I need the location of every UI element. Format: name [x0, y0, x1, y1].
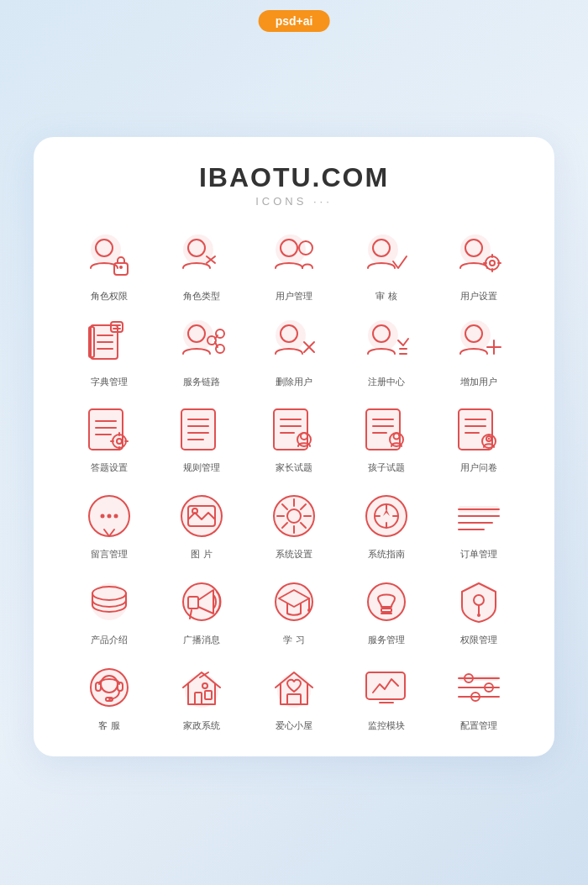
icon-label: 用户管理 — [276, 290, 312, 302]
icon-audit: 审 核 — [344, 231, 428, 302]
icon-label: 注册中心 — [368, 376, 405, 387]
icons-grid: 角色权限 角色类型 — [67, 231, 521, 732]
svg-point-135 — [477, 614, 480, 617]
icon-home-service: 家政系统 — [160, 661, 244, 731]
icon-role-permission: 角色权限 — [67, 231, 151, 302]
icon-label: 家长试题 — [276, 461, 312, 473]
icon-label: 图 片 — [191, 548, 212, 560]
icon-delete-user: 删除用户 — [252, 317, 336, 387]
icon-label: 配置管理 — [460, 719, 497, 731]
icon-label: 服务管理 — [368, 634, 405, 645]
icon-answer-settings: 答题设置 — [67, 403, 151, 473]
icon-images: 图 片 — [160, 489, 244, 560]
icon-label: 字典管理 — [91, 376, 128, 387]
icon-label: 爱心小屋 — [276, 719, 312, 731]
icon-add-user: 增加用户 — [437, 317, 521, 387]
icon-dictionary-management: 字典管理 — [67, 317, 151, 387]
icon-order-management: 订单管理 — [437, 489, 521, 560]
svg-point-13 — [486, 256, 499, 270]
icon-label: 孩子试题 — [368, 461, 405, 473]
icon-label: 规则管理 — [183, 461, 220, 473]
card-header: IBAOTU.COM ICONS ··· — [67, 162, 521, 208]
icon-label: 学 习 — [283, 634, 304, 645]
icon-label: 广播消息 — [183, 634, 220, 645]
icon-label: 角色权限 — [91, 290, 128, 302]
icon-user-management: 用户管理 — [252, 231, 336, 302]
icon-label: 家政系统 — [183, 719, 220, 731]
icon-role-type: 角色类型 — [160, 231, 244, 302]
icon-permission-management: 权限管理 — [437, 575, 521, 645]
icon-label: 用户问卷 — [460, 461, 497, 473]
icon-label: 服务链路 — [183, 376, 220, 387]
icon-system-settings: 系统设置 — [252, 489, 336, 560]
icon-label: 增加用户 — [460, 376, 497, 387]
icon-message-management: 留言管理 — [67, 489, 151, 560]
icon-label: 删除用户 — [276, 376, 312, 387]
icon-label: 订单管理 — [460, 548, 497, 560]
icon-broadcast: 广播消息 — [160, 575, 244, 645]
icon-register-center: 注册中心 — [344, 317, 428, 387]
svg-point-78 — [398, 435, 400, 436]
icon-love-house: 爱心小屋 — [252, 661, 336, 731]
icon-user-questionnaire: 用户问卷 — [437, 403, 521, 473]
svg-point-89 — [101, 514, 105, 518]
icon-child-exam: 孩子试题 — [344, 403, 428, 473]
svg-line-33 — [215, 335, 218, 339]
icon-rule-management: 规则管理 — [160, 403, 244, 473]
icon-service-chain: 服务链路 — [160, 317, 244, 387]
card: IBAOTU.COM ICONS ··· 角色权限 — [34, 137, 554, 757]
icon-label: 产品介绍 — [91, 634, 128, 645]
icon-label: 权限管理 — [460, 634, 497, 645]
icon-label: 答题设置 — [91, 461, 128, 473]
icon-product-intro: 产品介绍 — [67, 575, 151, 645]
svg-point-3 — [119, 266, 123, 269]
icon-label: 客 服 — [98, 719, 119, 731]
site-title: IBAOTU.COM — [67, 162, 521, 193]
subtitle: ICONS ··· — [67, 195, 521, 208]
icon-label: 角色类型 — [183, 290, 220, 302]
icon-service-management: 服务管理 — [344, 575, 428, 645]
icon-label: 用户设置 — [460, 290, 497, 302]
icon-monitor: 监控模块 — [344, 661, 428, 731]
icon-user-settings: 用户设置 — [437, 231, 521, 302]
svg-line-34 — [215, 342, 218, 347]
svg-point-91 — [114, 514, 118, 518]
icon-config-management: 配置管理 — [437, 661, 521, 731]
svg-point-127 — [307, 608, 311, 612]
icon-label: 审 核 — [375, 290, 396, 302]
icon-label: 监控模块 — [368, 719, 405, 731]
svg-point-90 — [108, 514, 112, 518]
icon-system-guide: 系统指南 — [344, 489, 428, 560]
svg-point-14 — [490, 261, 495, 266]
icon-customer-service: 客 服 — [67, 661, 151, 731]
icon-parent-exam: 家长试题 — [252, 403, 336, 473]
icon-label: 系统指南 — [368, 548, 405, 560]
svg-rect-58 — [181, 409, 215, 450]
svg-rect-148 — [366, 672, 405, 699]
badge: psd+ai — [259, 10, 330, 32]
icon-learning: 学 习 — [252, 575, 336, 645]
icon-label: 留言管理 — [91, 548, 128, 560]
svg-point-86 — [488, 438, 490, 440]
icon-label: 系统设置 — [276, 548, 312, 560]
